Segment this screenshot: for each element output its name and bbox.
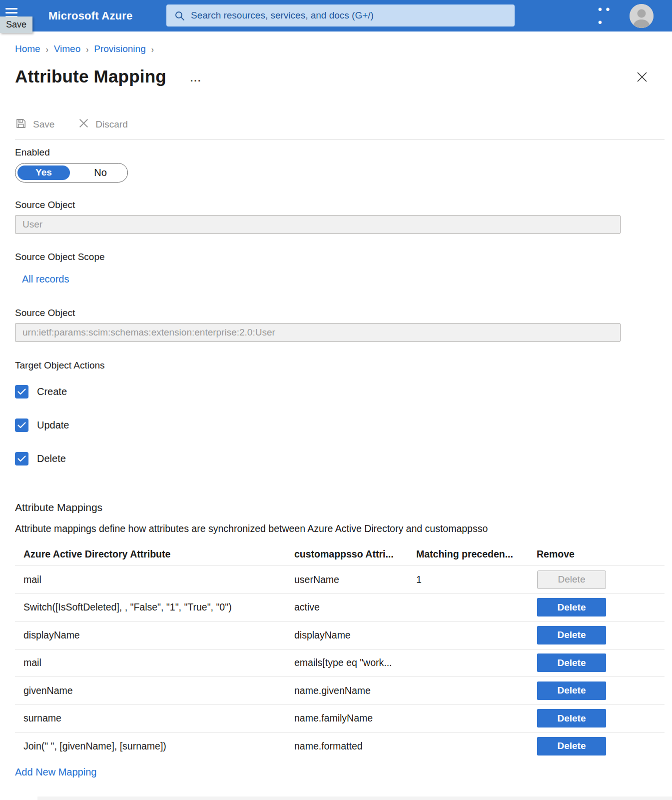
remove-cell: Delete bbox=[528, 709, 665, 728]
column-header-target: customappsso Attri... bbox=[286, 548, 408, 560]
all-records-link[interactable]: All records bbox=[22, 274, 69, 285]
discard-button-label: Discard bbox=[95, 119, 127, 130]
close-icon[interactable] bbox=[636, 70, 649, 84]
discard-x-icon bbox=[78, 118, 89, 131]
checkbox-create[interactable]: Create bbox=[15, 384, 672, 398]
discard-button[interactable]: Discard bbox=[78, 118, 127, 131]
table-row[interactable]: displayName displayName Delete bbox=[15, 621, 665, 649]
aad-attribute-cell: mail bbox=[15, 657, 286, 668]
aad-attribute-cell: surname bbox=[15, 712, 286, 724]
target-attribute-cell: userName bbox=[286, 574, 408, 586]
source-object-scope-label: Source Object Scope bbox=[15, 252, 672, 262]
delete-button[interactable]: Delete bbox=[537, 654, 606, 672]
save-tooltip-label: Save bbox=[6, 20, 26, 30]
chevron-right-icon: › bbox=[46, 44, 48, 54]
more-options-icon[interactable]: • • • bbox=[598, 0, 618, 32]
remove-cell: Delete bbox=[528, 654, 665, 672]
enabled-label: Enabled bbox=[15, 147, 672, 158]
aad-attribute-cell: Join(" ", [givenName], [surname]) bbox=[15, 740, 286, 752]
account-avatar[interactable] bbox=[630, 4, 654, 28]
aad-attribute-cell: Switch([IsSoftDeleted], , "False", "1", … bbox=[15, 602, 286, 613]
checkbox-update-label: Update bbox=[37, 420, 69, 431]
target-attribute-cell: displayName bbox=[286, 630, 408, 641]
target-attribute-cell: name.familyName bbox=[286, 712, 408, 724]
enabled-toggle[interactable]: Yes No bbox=[15, 163, 128, 182]
save-button-label: Save bbox=[33, 119, 54, 130]
remove-cell: Delete bbox=[528, 626, 665, 644]
target-attribute-cell: name.givenName bbox=[286, 685, 408, 696]
toggle-no-option[interactable]: No bbox=[80, 164, 120, 182]
table-header-row: Azure Active Directory Attribute customa… bbox=[15, 542, 665, 566]
source-object-label: Source Object bbox=[15, 200, 672, 210]
attribute-mappings-description: Attribute mappings define how attributes… bbox=[15, 523, 672, 534]
page-title-more-icon[interactable]: ... bbox=[190, 72, 202, 84]
delete-button[interactable]: Delete bbox=[537, 626, 606, 644]
target-attribute-cell: emails[type eq "work... bbox=[286, 657, 408, 668]
breadcrumb-provisioning[interactable]: Provisioning bbox=[94, 44, 146, 54]
target-attribute-cell: active bbox=[286, 602, 408, 613]
aad-attribute-cell: givenName bbox=[15, 685, 286, 696]
save-icon bbox=[15, 118, 26, 132]
checkbox-checked-icon bbox=[15, 418, 28, 432]
remove-cell: Delete bbox=[528, 598, 665, 616]
add-new-mapping-link[interactable]: Add New Mapping bbox=[15, 766, 96, 778]
source-object2-label: Source Object bbox=[15, 308, 672, 318]
column-header-source: Azure Active Directory Attribute bbox=[15, 548, 286, 560]
attribute-mappings-table: Azure Active Directory Attribute customa… bbox=[15, 542, 665, 760]
target-attribute-cell: name.formatted bbox=[286, 740, 408, 752]
column-header-remove: Remove bbox=[528, 548, 665, 560]
page-title: Attribute Mapping bbox=[15, 66, 166, 86]
checkbox-checked-icon bbox=[15, 452, 28, 466]
save-tooltip: Save bbox=[0, 16, 32, 33]
chevron-right-icon: › bbox=[86, 44, 88, 54]
target-object-actions-label: Target Object Actions bbox=[15, 360, 672, 371]
toolbar-divider bbox=[15, 140, 665, 140]
breadcrumb-vimeo[interactable]: Vimeo bbox=[54, 44, 81, 54]
command-bar: Save Discard bbox=[15, 118, 672, 132]
chevron-right-icon: › bbox=[151, 44, 154, 54]
table-row[interactable]: givenName name.givenName Delete bbox=[15, 676, 665, 704]
delete-button[interactable]: Delete bbox=[537, 737, 606, 756]
breadcrumb: Home › Vimeo › Provisioning › bbox=[8, 44, 672, 54]
azure-top-bar: Save Microsoft Azure • • • bbox=[0, 0, 672, 32]
remove-cell: Delete bbox=[528, 682, 665, 700]
delete-button[interactable]: Delete bbox=[537, 598, 606, 616]
delete-button[interactable]: Delete bbox=[537, 682, 606, 700]
table-row[interactable]: mail userName 1 Delete bbox=[15, 566, 665, 594]
checkbox-update[interactable]: Update bbox=[15, 418, 672, 432]
mappings-table-body: mail userName 1 Delete Switch([IsSoftDel… bbox=[15, 566, 665, 760]
aad-attribute-cell: displayName bbox=[15, 630, 286, 641]
microsoft-azure-logo[interactable]: Microsoft Azure bbox=[48, 0, 132, 32]
source-object-input[interactable] bbox=[15, 215, 621, 234]
aad-attribute-cell: mail bbox=[15, 574, 286, 586]
remove-cell: Delete bbox=[528, 570, 665, 589]
global-search[interactable] bbox=[166, 4, 515, 26]
table-row[interactable]: surname name.familyName Delete bbox=[15, 704, 665, 732]
checkbox-create-label: Create bbox=[37, 386, 67, 398]
search-input[interactable] bbox=[191, 10, 491, 21]
save-button[interactable]: Save bbox=[15, 118, 54, 132]
bottom-edge bbox=[37, 796, 672, 800]
delete-button[interactable]: Delete bbox=[537, 709, 606, 728]
attribute-mappings-title: Attribute Mappings bbox=[15, 502, 672, 514]
matching-precedence-cell: 1 bbox=[408, 574, 528, 586]
toggle-yes-option[interactable]: Yes bbox=[17, 166, 70, 180]
checkbox-delete-label: Delete bbox=[37, 453, 66, 464]
table-row[interactable]: mail emails[type eq "work... Delete bbox=[15, 649, 665, 677]
remove-cell: Delete bbox=[528, 737, 665, 756]
delete-button[interactable]: Delete bbox=[537, 570, 606, 589]
search-icon bbox=[174, 10, 185, 21]
breadcrumb-home[interactable]: Home bbox=[15, 44, 40, 54]
checkbox-checked-icon bbox=[15, 385, 28, 398]
column-header-precedence: Matching preceden... bbox=[408, 548, 528, 560]
checkbox-delete[interactable]: Delete bbox=[15, 452, 672, 466]
table-row[interactable]: Switch([IsSoftDeleted], , "False", "1", … bbox=[15, 594, 665, 622]
table-row[interactable]: Join(" ", [givenName], [surname]) name.f… bbox=[15, 732, 665, 760]
source-object2-input[interactable] bbox=[15, 323, 621, 342]
